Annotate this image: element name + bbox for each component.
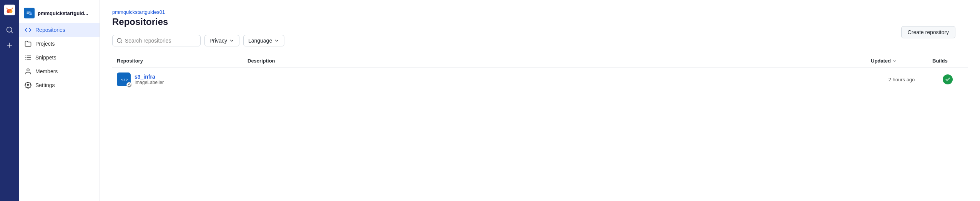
sidebar-settings-label: Settings: [35, 82, 55, 88]
page-title: Repositories: [112, 16, 968, 27]
create-repository-button[interactable]: Create repository: [901, 26, 955, 38]
header-text: pmmquickstartguides01 Repositories: [112, 9, 968, 35]
sidebar: </> pmmquickstartguid... Repositories Pr…: [19, 0, 100, 201]
language-dropdown[interactable]: Language: [243, 35, 284, 46]
table-header: Repository Description Updated Builds: [112, 54, 968, 68]
svg-rect-21: [128, 85, 131, 86]
search-rail-icon[interactable]: [3, 23, 17, 37]
repo-info: </> s3_infra ImageLabeller: [117, 72, 247, 86]
privacy-dropdown[interactable]: Privacy: [204, 35, 239, 46]
toolbar: Privacy Language: [112, 35, 968, 46]
svg-line-2: [11, 31, 13, 33]
sidebar-repositories-label: Repositories: [35, 27, 65, 33]
sidebar-members-label: Members: [35, 68, 58, 74]
repo-name-group: s3_infra ImageLabeller: [135, 74, 164, 85]
main-content: pmmquickstartguides01 Repositories Creat…: [100, 0, 980, 201]
sidebar-item-snippets[interactable]: Snippets: [19, 51, 100, 64]
svg-point-16: [27, 69, 29, 71]
chevron-down-icon: [274, 38, 279, 43]
sidebar-item-members[interactable]: Members: [19, 64, 100, 78]
col-builds: Builds: [932, 58, 963, 64]
search-input[interactable]: [125, 38, 196, 44]
col-description: Description: [247, 58, 871, 64]
chevron-down-icon: [229, 38, 234, 43]
add-rail-icon[interactable]: [3, 38, 17, 52]
col-repository: Repository: [117, 58, 247, 64]
org-name: pmmquickstartguid...: [38, 10, 88, 16]
page-header: pmmquickstartguides01 Repositories Creat…: [112, 9, 968, 35]
sidebar-item-settings[interactable]: Settings: [19, 78, 100, 92]
repo-name[interactable]: s3_infra: [135, 74, 164, 80]
sidebar-snippets-label: Snippets: [35, 54, 56, 61]
search-box[interactable]: [112, 35, 201, 46]
svg-text:</>: </>: [121, 77, 128, 82]
svg-rect-7: [27, 13, 29, 14]
sidebar-nav: Repositories Projects Snippets: [19, 23, 100, 92]
sidebar-header: </> pmmquickstartguid...: [19, 5, 100, 23]
gitlab-logo[interactable]: [3, 3, 17, 17]
repo-updated: 2 hours ago: [871, 77, 932, 82]
table-row: </> s3_infra ImageLabeller 2 hours ago: [112, 68, 968, 91]
svg-point-17: [27, 84, 29, 86]
sort-icon: [892, 59, 897, 63]
sidebar-projects-label: Projects: [35, 41, 55, 47]
col-updated: Updated: [871, 58, 932, 64]
svg-rect-6: [27, 12, 31, 13]
svg-rect-5: [27, 11, 31, 12]
breadcrumb[interactable]: pmmquickstartguides01: [112, 9, 968, 15]
icon-rail: [0, 0, 19, 201]
sidebar-item-repositories[interactable]: Repositories: [19, 23, 100, 37]
svg-text:</>: </>: [29, 13, 32, 15]
sidebar-item-projects[interactable]: Projects: [19, 37, 100, 51]
search-icon: [116, 38, 123, 44]
repo-icon: </>: [117, 72, 131, 86]
build-success-icon: [943, 74, 953, 84]
repo-namespace: ImageLabeller: [135, 80, 164, 85]
repo-lock-badge: [126, 82, 132, 87]
org-avatar: </>: [24, 8, 35, 18]
repo-build-badge[interactable]: [932, 74, 963, 84]
svg-line-19: [121, 42, 122, 43]
